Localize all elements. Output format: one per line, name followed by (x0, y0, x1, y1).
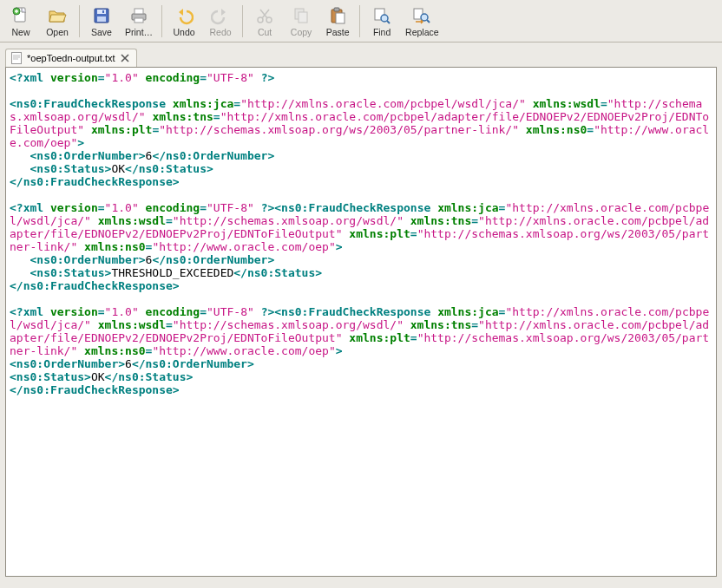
open-folder-icon (47, 5, 68, 26)
save-button[interactable]: Save (84, 3, 119, 40)
separator (359, 5, 360, 37)
save-label: Save (91, 27, 112, 37)
svg-rect-14 (334, 8, 339, 11)
separator (161, 5, 162, 37)
text-editor[interactable]: <?xml version="1.0" encoding="UTF-8" ?> … (6, 68, 716, 576)
scissors-icon (254, 5, 275, 26)
tab-bar: *oepToedn-output.txt (0, 42, 722, 67)
separator (79, 5, 80, 37)
redo-icon (210, 5, 231, 26)
undo-button[interactable]: Undo (167, 3, 201, 40)
toolbar: New Open Save Print… Undo Redo (0, 0, 722, 42)
open-label: Open (46, 27, 69, 37)
paste-button[interactable]: Paste (320, 3, 355, 40)
save-floppy-icon (91, 5, 112, 26)
svg-rect-7 (135, 9, 143, 14)
svg-rect-12 (299, 12, 307, 23)
paste-label: Paste (326, 27, 350, 37)
svg-rect-8 (135, 18, 143, 23)
open-button[interactable]: Open (40, 3, 75, 40)
new-button[interactable]: New (3, 3, 38, 40)
redo-button[interactable]: Redo (203, 3, 238, 40)
copy-button[interactable]: Copy (284, 3, 318, 40)
redo-label: Redo (210, 27, 232, 37)
copy-label: Copy (291, 27, 312, 37)
svg-rect-20 (12, 53, 22, 64)
undo-label: Undo (174, 27, 195, 37)
replace-icon (411, 5, 432, 26)
svg-rect-3 (97, 10, 106, 14)
printer-icon (128, 5, 149, 26)
print-label: Print… (125, 27, 153, 37)
document-tab[interactable]: *oepToedn-output.txt (5, 49, 137, 67)
svg-point-17 (381, 15, 388, 22)
new-label: New (11, 27, 30, 37)
svg-point-19 (421, 14, 428, 21)
svg-rect-4 (97, 16, 106, 22)
cut-button[interactable]: Cut (247, 3, 282, 40)
text-file-icon (11, 52, 22, 64)
clipboard-icon (327, 5, 348, 26)
new-file-icon (10, 5, 31, 26)
find-button[interactable]: Find (364, 3, 399, 40)
undo-icon (174, 5, 194, 26)
cut-label: Cut (258, 27, 272, 37)
replace-button[interactable]: Replace (401, 3, 443, 40)
close-tab-icon[interactable] (121, 54, 129, 62)
find-icon (371, 5, 392, 26)
svg-rect-15 (336, 13, 345, 23)
svg-rect-5 (102, 10, 104, 13)
print-button[interactable]: Print… (121, 3, 157, 40)
copy-icon (291, 5, 312, 26)
editor-pane: <?xml version="1.0" encoding="UTF-8" ?> … (5, 67, 717, 577)
replace-label: Replace (405, 27, 439, 37)
tab-title: *oepToedn-output.txt (27, 53, 115, 63)
find-label: Find (373, 27, 391, 37)
separator (242, 5, 243, 37)
